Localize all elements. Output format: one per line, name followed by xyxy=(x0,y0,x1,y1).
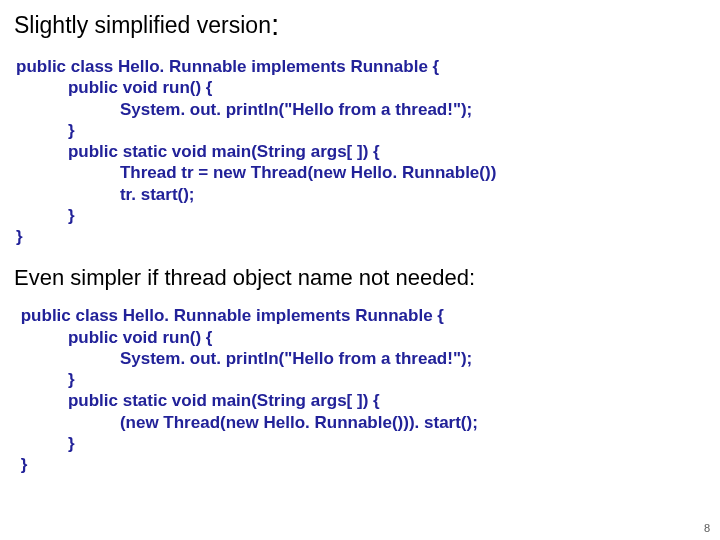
heading1-text: Slightly simplified version xyxy=(14,12,271,38)
slide-heading-2: Even simpler if thread object name not n… xyxy=(14,265,706,291)
heading1-colon: : xyxy=(271,8,279,41)
page-number: 8 xyxy=(704,522,710,534)
slide-heading-1: Slightly simplified version: xyxy=(14,8,706,42)
code-block-1: public class Hello. Runnable implements … xyxy=(14,56,706,247)
code-block-2: public class Hello. Runnable implements … xyxy=(14,305,706,475)
